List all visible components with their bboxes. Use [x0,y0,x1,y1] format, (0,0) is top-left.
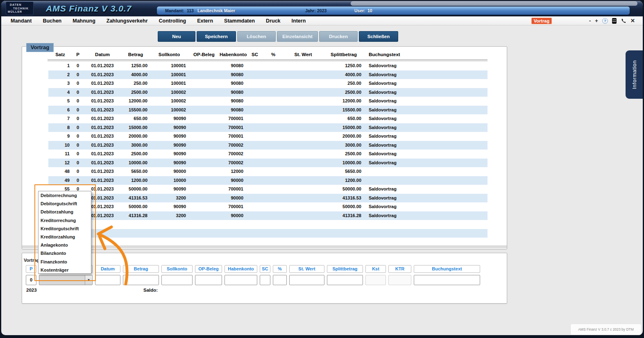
neu-button[interactable]: Neu [158,31,195,42]
table-row[interactable]: 6001.01.202315500.001000029008015500.00S… [48,106,488,115]
table-row[interactable]: 12001.01.202310000.009009070000210000.00… [48,159,488,168]
table-row[interactable]: 5001.01.202312000.001000029008012000.00S… [48,97,488,106]
table-row[interactable]: 3001.01.2023250.0010000190080250.00Saldo… [48,79,488,88]
cell: 0 [72,88,84,97]
cell: 15500.00 [324,106,364,115]
cell: 01.01.2023 [84,61,121,70]
year-value: 2023 [317,8,327,13]
form-input-kst [365,275,386,285]
menu-item-mahnung[interactable]: Mahnung [73,18,95,24]
table-row[interactable]: 8001.01.202315000.009009070000115000.00S… [48,123,488,132]
menu-item-extern[interactable]: Extern [197,18,213,24]
drucken-button[interactable]: Drucken [319,31,358,42]
cell: 41316.53 [324,194,364,203]
table-row[interactable]: 55001.01.202350000.009009070000150000.00… [48,185,488,194]
calculator-icon[interactable] [612,18,617,24]
table-row[interactable]: 01.01.202341316.5332009000041316.53Saldo… [48,194,488,203]
form-input-betrag[interactable] [123,275,159,285]
menu-item-druck[interactable]: Druck [266,18,280,24]
form-input-habenkonto[interactable] [224,275,257,285]
table-row[interactable]: 10001.01.20233000.00900907000023000.00Sa… [48,141,488,150]
column-header-p: P [72,52,84,59]
menu-item-buchen[interactable]: Buchen [43,18,61,24]
cell: 0 [72,70,84,79]
cell: 12000 [220,167,246,176]
cell: 0 [72,159,84,168]
table-row[interactable]: 1001.01.20231250.00100001900801250.00Sal… [48,61,488,70]
cell [364,167,488,176]
cell: 01.01.2023 [84,141,121,150]
information-side-tab[interactable]: Information [626,50,643,99]
minimize-icon[interactable]: - [589,17,591,25]
einzelansicht-button[interactable]: Einzelansicht [277,31,318,42]
cell: 90080 [220,88,246,97]
cell [150,220,188,229]
lschen-button[interactable]: Löschen [237,31,276,42]
cell: 1 [48,61,72,70]
phone-icon[interactable] [621,18,626,24]
cell: 90080 [220,70,246,79]
cell: 90090 [150,123,188,132]
form-input-opbeleg[interactable] [195,275,222,285]
table-row[interactable]: 9001.01.202320000.009009070000120000.00S… [48,132,488,141]
table-row[interactable]: 2001.01.20234000.00100001900804000.00Sal… [48,70,488,79]
cell [246,132,264,141]
table-row[interactable]: 48001.01.20235650.0090000120005650.00 [48,167,488,176]
cell: 90090 [150,114,188,123]
cell [264,106,283,115]
form-column-label-sc: SC [260,265,270,273]
table-row[interactable]: 7001.01.2023650.0090090700001650.00Saldo… [48,114,488,123]
table-row[interactable]: 11001.01.20232500.00900907000022500.00Sa… [48,150,488,159]
cell: 2500.00 [121,88,150,97]
form-input-sollkonto[interactable] [161,275,193,285]
cell [246,123,264,132]
cell [220,220,246,229]
form-column-label-splittbetrag: Splittbetrag [327,265,363,273]
form-input-datum[interactable] [95,275,120,285]
table-row[interactable] [48,229,488,238]
cell: 0 [72,114,84,123]
help-icon[interactable]: ? [602,18,608,24]
toolbar: NeuSpeichernLöschenEinzelansichtDruckenS… [158,31,398,42]
menu-item-intern[interactable]: Intern [292,18,306,24]
form-input-sc[interactable] [260,275,270,285]
cell [264,167,283,176]
menu-item-mandant[interactable]: Mandant [11,18,32,24]
cell: 100002 [150,88,188,97]
menu-item-controlling[interactable]: Controlling [159,18,186,24]
cell [188,132,220,141]
cell [150,229,188,238]
menu-item-stammdaten[interactable]: Stammdaten [224,18,255,24]
close-icon[interactable]: ✕ [630,17,635,25]
table-row[interactable] [48,220,488,229]
maximize-icon[interactable]: + [595,17,598,25]
cell: 20000.00 [324,132,364,141]
cell: 10000 [150,176,188,185]
saldo-label: Saldo: [143,288,158,293]
schlieen-button[interactable]: Schließen [359,31,398,42]
cell: 01.01.2023 [84,123,121,132]
table-row[interactable]: 01.01.202350000.009009070000150000.00Sal… [48,202,488,211]
form-column-label-ktr: KTR [388,265,411,273]
logo-line: TECHNIK [13,7,33,11]
cell: 700001 [220,202,246,211]
form-input-buchungstext[interactable] [414,275,480,285]
cell: 0 [72,150,84,159]
form-input-stwert[interactable] [289,275,324,285]
cell: Saldovortrag [364,150,488,159]
cell: 01.01.2023 [84,97,121,106]
title-bar: DATEN TECHNIK MÜLLER AMS Finanz V 3.0.7 … [1,1,643,16]
cell: 01.01.2023 [84,70,121,79]
cell: 41316.28 [121,211,150,220]
menu-item-zahlungsverkehr[interactable]: Zahlungsverkehr [107,18,148,24]
form-input-%[interactable] [273,275,287,285]
cell: 0 [72,167,84,176]
table-row[interactable]: 49001.01.20231200.0010000900001200.00 [48,176,488,185]
table-row[interactable]: 4001.01.20232500.00100002900802500.00Sal… [48,88,488,97]
cell: 10000.00 [121,159,150,168]
cell [283,185,324,194]
form-input-splittbetrag[interactable] [327,275,363,285]
speichern-button[interactable]: Speichern [197,31,236,42]
table-row[interactable]: 01.01.202341316.2832009000041316.28Saldo… [48,211,488,220]
cell [283,106,324,115]
